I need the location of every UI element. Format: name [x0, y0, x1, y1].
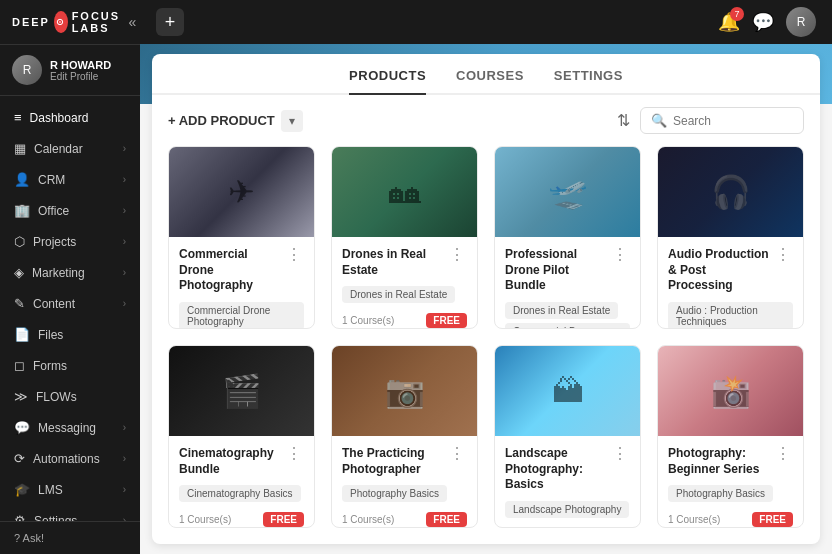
- add-product-dropdown[interactable]: ▾: [281, 110, 303, 132]
- sidebar-edit-profile[interactable]: Edit Profile: [50, 71, 111, 82]
- product-card-7-menu[interactable]: ⋮: [610, 446, 630, 462]
- sidebar-item-office[interactable]: 🏢 Office ›: [0, 195, 140, 226]
- product-card-2-title: Drones in Real Estate: [342, 247, 447, 278]
- product-card-8-body: Photography: Beginner Series ⋮ Photograp…: [658, 436, 803, 528]
- sidebar-item-projects-left: ⬡ Projects: [14, 234, 76, 249]
- product-card-2-footer: 1 Course(s) FREE: [342, 313, 467, 328]
- product-card-5-tags: Cinematography Basics: [179, 485, 304, 502]
- product-card-5[interactable]: 🎬 Cinematography Bundle ⋮ Cinematography…: [168, 345, 315, 528]
- sidebar-collapse-button[interactable]: «: [128, 14, 136, 30]
- runway-aerial-icon: 🛫: [495, 147, 640, 237]
- automations-chevron: ›: [123, 453, 126, 464]
- topbar-add-button[interactable]: +: [156, 8, 184, 36]
- sidebar-item-settings[interactable]: ⚙ Settings ›: [0, 505, 140, 521]
- sidebar-item-dashboard[interactable]: ≡ Dashboard: [0, 102, 140, 133]
- sidebar-user-section: R R HOWARD Edit Profile: [0, 45, 140, 96]
- forms-icon: ◻: [14, 358, 25, 373]
- sidebar-item-messaging[interactable]: 💬 Messaging ›: [0, 412, 140, 443]
- sidebar-header: DEEP ⊙ FOCUS LABS «: [0, 0, 140, 45]
- sidebar-item-automations[interactable]: ⟳ Automations ›: [0, 443, 140, 474]
- sidebar-item-forms[interactable]: ◻ Forms: [0, 350, 140, 381]
- product-card-1[interactable]: ✈ Commercial Drone Photography ⋮ Commerc…: [168, 146, 315, 329]
- sidebar-item-dashboard-label: Dashboard: [30, 111, 89, 125]
- product-card-8-title: Photography: Beginner Series: [668, 446, 773, 477]
- product-card-1-menu[interactable]: ⋮: [284, 247, 304, 263]
- product-card-8[interactable]: 📸 Photography: Beginner Series ⋮ Photogr…: [657, 345, 804, 528]
- landscape-icon: 🏔: [495, 346, 640, 436]
- sidebar-item-dashboard-left: ≡ Dashboard: [14, 110, 88, 125]
- sidebar-item-marketing[interactable]: ◈ Marketing ›: [0, 257, 140, 288]
- sidebar-item-office-left: 🏢 Office: [14, 203, 69, 218]
- crm-icon: 👤: [14, 172, 30, 187]
- sidebar-item-content-label: Content: [33, 297, 75, 311]
- sidebar-item-files-left: 📄 Files: [14, 327, 63, 342]
- product-card-6-header: The Practicing Photographer ⋮: [342, 446, 467, 477]
- product-card-7[interactable]: 🏔 Landscape Photography: Basics ⋮ Landsc…: [494, 345, 641, 528]
- product-card-4-menu[interactable]: ⋮: [773, 247, 793, 263]
- product-card-4[interactable]: 🎧 Audio Production & Post Processing ⋮ A…: [657, 146, 804, 329]
- sidebar-item-calendar[interactable]: ▦ Calendar ›: [0, 133, 140, 164]
- sidebar-item-lms-label: LMS: [38, 483, 63, 497]
- product-card-8-header: Photography: Beginner Series ⋮: [668, 446, 793, 477]
- product-card-1-header: Commercial Drone Photography ⋮: [179, 247, 304, 294]
- product-card-3-header: Professional Drone Pilot Bundle ⋮: [505, 247, 630, 294]
- product-card-3-tag-1: Commercial Drone Photography: [505, 323, 630, 329]
- product-card-2-menu[interactable]: ⋮: [447, 247, 467, 263]
- sidebar-item-calendar-label: Calendar: [34, 142, 83, 156]
- calendar-icon: ▦: [14, 141, 26, 156]
- product-card-2[interactable]: 🏘 Drones in Real Estate ⋮ Drones in Real…: [331, 146, 478, 329]
- product-card-5-image: 🎬: [169, 346, 314, 436]
- product-card-7-header: Landscape Photography: Basics ⋮: [505, 446, 630, 493]
- sidebar-item-office-label: Office: [38, 204, 69, 218]
- product-card-8-tag-0: Photography Basics: [668, 485, 773, 502]
- messages-button[interactable]: 💬: [752, 11, 774, 33]
- marketing-chevron: ›: [123, 267, 126, 278]
- product-card-1-tags: Commercial Drone Photography: [179, 302, 304, 329]
- product-card-3[interactable]: 🛫 Professional Drone Pilot Bundle ⋮ Dron…: [494, 146, 641, 329]
- product-card-2-body: Drones in Real Estate ⋮ Drones in Real E…: [332, 237, 477, 329]
- avatar-image: R: [12, 55, 42, 85]
- notifications-button[interactable]: 🔔 7: [718, 11, 740, 33]
- tab-courses[interactable]: COURSES: [456, 68, 524, 95]
- sidebar-user-info: R HOWARD Edit Profile: [50, 59, 111, 82]
- product-card-2-tags: Drones in Real Estate: [342, 286, 467, 303]
- search-input[interactable]: [673, 114, 793, 128]
- sidebar-bottom: ? Ask!: [0, 521, 140, 554]
- sidebar-item-lms[interactable]: 🎓 LMS ›: [0, 474, 140, 505]
- product-card-5-tag-0: Cinematography Basics: [179, 485, 301, 502]
- product-card-2-image: 🏘: [332, 147, 477, 237]
- ask-button[interactable]: ? Ask!: [14, 532, 126, 544]
- sidebar-item-files[interactable]: 📄 Files: [0, 319, 140, 350]
- product-card-5-courses: 1 Course(s): [179, 514, 231, 525]
- sidebar-item-messaging-label: Messaging: [38, 421, 96, 435]
- sidebar-item-flows[interactable]: ≫ FLOWs: [0, 381, 140, 412]
- logo: DEEP ⊙ FOCUS LABS: [12, 10, 128, 34]
- product-card-6-footer: 1 Course(s) FREE: [342, 512, 467, 527]
- product-card-2-header: Drones in Real Estate ⋮: [342, 247, 467, 278]
- product-card-6[interactable]: 📷 The Practicing Photographer ⋮ Photogra…: [331, 345, 478, 528]
- topbar-avatar[interactable]: R: [786, 7, 816, 37]
- sidebar-item-flows-label: FLOWs: [36, 390, 77, 404]
- product-card-6-menu[interactable]: ⋮: [447, 446, 467, 462]
- dashboard-icon: ≡: [14, 110, 22, 125]
- projects-chevron: ›: [123, 236, 126, 247]
- product-card-5-menu[interactable]: ⋮: [284, 446, 304, 462]
- logo-deep: DEEP: [12, 16, 50, 28]
- product-card-7-image: 🏔: [495, 346, 640, 436]
- product-card-3-menu[interactable]: ⋮: [610, 247, 630, 263]
- sidebar-item-projects[interactable]: ⬡ Projects ›: [0, 226, 140, 257]
- tab-products[interactable]: PRODUCTS: [349, 68, 426, 95]
- product-card-6-image: 📷: [332, 346, 477, 436]
- tab-settings[interactable]: SETTINGS: [554, 68, 623, 95]
- photographer-icon: 📷: [332, 346, 477, 436]
- sidebar-item-content[interactable]: ✎ Content ›: [0, 288, 140, 319]
- product-card-7-tag-0: Landscape Photography: [505, 501, 629, 518]
- product-card-5-header: Cinematography Bundle ⋮: [179, 446, 304, 477]
- add-product-button[interactable]: + ADD PRODUCT: [168, 113, 275, 128]
- product-card-5-footer: 1 Course(s) FREE: [179, 512, 304, 527]
- sidebar-item-crm[interactable]: 👤 CRM ›: [0, 164, 140, 195]
- product-card-8-menu[interactable]: ⋮: [773, 446, 793, 462]
- content-chevron: ›: [123, 298, 126, 309]
- product-card-2-courses: 1 Course(s): [342, 315, 394, 326]
- filter-button[interactable]: ⇅: [617, 111, 630, 130]
